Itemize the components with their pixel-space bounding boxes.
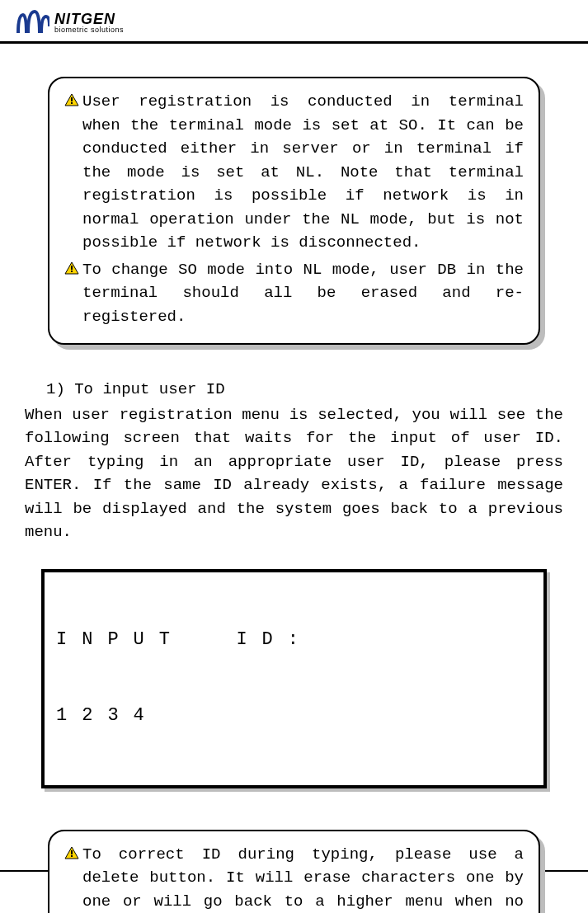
- callout2-text1: To correct ID during typing, please use …: [82, 843, 524, 913]
- section1-body: When user registration menu is selected,…: [25, 403, 563, 544]
- callout2-item1: To correct ID during typing, please use …: [64, 843, 524, 913]
- svg-rect-5: [71, 271, 73, 272]
- callout1-item2: To change SO mode into NL mode, user DB …: [64, 258, 524, 329]
- callout1-item1: User registration is conducted in termin…: [64, 90, 524, 255]
- callout-box-1: User registration is conducted in termin…: [48, 77, 540, 345]
- warning-icon: [64, 93, 79, 106]
- svg-rect-2: [71, 102, 73, 104]
- svg-rect-4: [71, 266, 73, 270]
- document-page: NITGEN biometric solutions User registra…: [0, 0, 588, 913]
- svg-rect-7: [71, 850, 73, 854]
- section1-heading: 1) To input user ID: [46, 378, 563, 402]
- brand-subtitle: biometric solutions: [54, 26, 124, 34]
- callout-box-2: To correct ID during typing, please use …: [48, 830, 540, 913]
- brand-block: NITGEN biometric solutions: [54, 12, 124, 34]
- callout1-text2: To change SO mode into NL mode, user DB …: [82, 258, 524, 329]
- brand-name: NITGEN: [54, 12, 124, 26]
- lcd-row-1: INPUT ID:: [56, 628, 532, 653]
- nitgen-logo-icon: [16, 10, 49, 35]
- svg-rect-8: [71, 855, 73, 857]
- lcd-row-2: 1234: [56, 704, 532, 729]
- lcd-screen: INPUT ID: 1234: [41, 569, 547, 788]
- warning-icon: [64, 261, 79, 275]
- page-header: NITGEN biometric solutions: [0, 0, 588, 44]
- warning-icon: [64, 846, 79, 859]
- svg-rect-1: [71, 97, 73, 101]
- page-content: User registration is conducted in termin…: [0, 44, 588, 913]
- callout1-text1: User registration is conducted in termin…: [82, 90, 524, 255]
